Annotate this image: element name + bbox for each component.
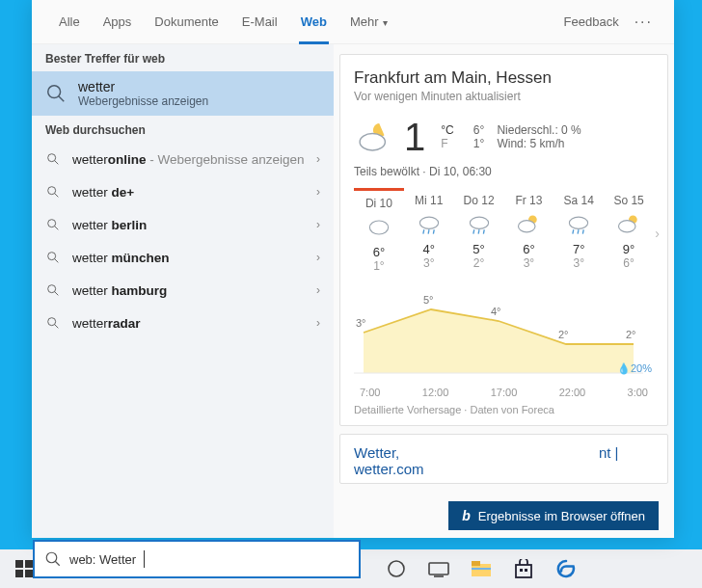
suggestion-item[interactable]: wetter berlin › xyxy=(32,208,334,241)
best-match-item[interactable]: wetter Webergebnisse anzeigen xyxy=(32,71,334,116)
forecast-day[interactable]: So 15 9° 6° xyxy=(604,188,654,279)
forecast-high: 6° xyxy=(503,242,554,256)
weather-condition: Teils bewölkt xyxy=(354,165,419,178)
open-in-browser-button[interactable]: b Ergebnisse im Browser öffnen xyxy=(448,501,659,530)
tab-email[interactable]: E-Mail xyxy=(230,0,289,44)
svg-line-41 xyxy=(578,229,579,233)
forecast-high: 4° xyxy=(404,242,454,256)
forecast-day-label: Mi 11 xyxy=(404,194,454,207)
svg-rect-12 xyxy=(525,569,527,572)
tab-more[interactable]: Mehr▾ xyxy=(338,0,399,44)
suggestion-label: wetter de+ xyxy=(72,185,305,200)
svg-rect-0 xyxy=(15,560,23,568)
forecast-day[interactable]: Di 10 6° 1° xyxy=(354,188,404,279)
forecast-day-label: Fr 13 xyxy=(503,194,554,207)
bing-result-card[interactable]: Wetter, xxxxxxxxxxxxxxxxxxxxxxxxxxxnt | … xyxy=(339,434,668,484)
forecast-low: 3° xyxy=(404,256,454,270)
suggestion-label: wetter münchen xyxy=(72,251,305,265)
suggestion-item[interactable]: wetterradar › xyxy=(32,307,334,339)
search-icon xyxy=(45,83,67,104)
bing-icon: b xyxy=(462,508,471,523)
feedback-link[interactable]: Feedback xyxy=(554,14,629,29)
tab-documents[interactable]: Dokumente xyxy=(143,0,230,44)
weather-location: Frankfurt am Main, Hessen xyxy=(354,68,654,88)
chevron-right-icon: › xyxy=(316,316,320,330)
weather-timestamp: Di 10, 06:30 xyxy=(429,165,492,178)
weather-icon xyxy=(565,211,592,238)
forecast-day-label: Sa 14 xyxy=(554,194,604,207)
search-input-text: web: Wetter xyxy=(69,552,136,567)
forecast-low: 3° xyxy=(503,256,554,270)
chevron-right-icon: › xyxy=(316,251,320,264)
weather-updated: Vor wenigen Minuten aktualisiert xyxy=(354,90,654,103)
filter-tabs: Alle Apps Dokumente E-Mail Web Mehr▾ Fee… xyxy=(32,0,674,44)
forecast-low: 1° xyxy=(354,259,404,273)
weather-detail-footer: Detaillierte Vorhersage · Daten von Fore… xyxy=(354,404,654,415)
chart-x-tick: 17:00 xyxy=(491,387,518,398)
svg-point-44 xyxy=(619,221,636,232)
svg-line-35 xyxy=(478,229,479,233)
search-icon xyxy=(45,184,61,200)
forecast-day[interactable]: Sa 14 7° 3° xyxy=(554,188,604,279)
svg-rect-8 xyxy=(472,561,480,566)
svg-line-22 xyxy=(54,258,58,262)
edge-icon[interactable] xyxy=(546,549,586,588)
search-icon xyxy=(45,151,61,167)
tab-all[interactable]: Alle xyxy=(47,0,92,44)
svg-point-13 xyxy=(48,86,61,98)
precip-annotation: 💧20% xyxy=(617,362,652,375)
tab-web[interactable]: Web xyxy=(289,0,338,44)
search-icon xyxy=(45,282,61,298)
forecast-high: 7° xyxy=(554,242,604,256)
svg-line-26 xyxy=(54,324,58,328)
forecast-day[interactable]: Mi 11 4° 3° xyxy=(404,188,454,279)
unit-celsius[interactable]: °C xyxy=(441,123,453,137)
more-options-icon[interactable]: ··· xyxy=(629,13,659,31)
chevron-right-icon: › xyxy=(316,185,320,199)
suggestion-item[interactable]: wetteronline - Webergebnisse anzeigen › xyxy=(32,143,334,175)
forecast-high: 5° xyxy=(454,242,504,256)
svg-point-4 xyxy=(389,561,404,576)
chevron-right-icon[interactable]: › xyxy=(655,226,660,241)
alt-temp-f: 1° xyxy=(473,137,491,150)
forecast-day[interactable]: Do 12 5° 2° xyxy=(454,188,504,279)
forecast-high: 9° xyxy=(604,242,654,256)
svg-rect-10 xyxy=(516,565,531,577)
search-bar[interactable]: web: Wetter xyxy=(33,540,361,578)
chart-x-tick: 7:00 xyxy=(360,387,380,398)
weather-icon xyxy=(615,211,642,238)
cortana-icon[interactable] xyxy=(376,549,417,588)
forecast-day-label: Do 12 xyxy=(454,194,504,207)
suggestion-item[interactable]: wetter münchen › xyxy=(32,241,334,274)
unit-fahrenheit[interactable]: F xyxy=(441,137,453,150)
forecast-day[interactable]: Fr 13 6° 3° xyxy=(503,188,554,279)
suggestion-item[interactable]: wetter hamburg › xyxy=(32,274,334,307)
best-match-subtitle: Webergebnisse anzeigen xyxy=(78,94,208,108)
svg-rect-11 xyxy=(520,569,523,572)
forecast-day-label: Di 10 xyxy=(354,197,404,210)
svg-line-14 xyxy=(59,96,65,102)
tab-apps[interactable]: Apps xyxy=(92,0,144,44)
current-temp: 1 xyxy=(404,118,425,156)
suggestion-item[interactable]: wetter de+ › xyxy=(32,175,334,208)
svg-rect-1 xyxy=(25,560,33,568)
chevron-right-icon: › xyxy=(316,218,320,231)
web-search-header: Web durchsuchen xyxy=(32,116,334,143)
chart-data-label: 4° xyxy=(491,306,501,317)
forecast-row: Di 10 6° 1°Mi 11 4° 3°Do 12 5° 2°Fr 13 6… xyxy=(354,188,654,279)
svg-line-40 xyxy=(573,229,574,233)
task-view-icon[interactable] xyxy=(418,549,459,588)
svg-line-34 xyxy=(472,229,473,233)
file-explorer-icon[interactable] xyxy=(461,549,501,588)
svg-line-47 xyxy=(55,561,60,566)
chart-x-labels: 7:0012:0017:0022:003:00 xyxy=(360,387,648,398)
svg-line-30 xyxy=(423,229,424,233)
weather-card: Frankfurt am Main, Hessen Vor wenigen Mi… xyxy=(339,54,668,426)
forecast-high: 6° xyxy=(354,245,404,259)
chevron-right-icon: › xyxy=(316,283,320,297)
svg-rect-2 xyxy=(15,570,23,577)
suggestion-label: wetter berlin xyxy=(72,218,305,232)
store-icon[interactable] xyxy=(503,549,544,588)
svg-point-27 xyxy=(360,134,385,151)
weather-icon xyxy=(416,211,443,238)
